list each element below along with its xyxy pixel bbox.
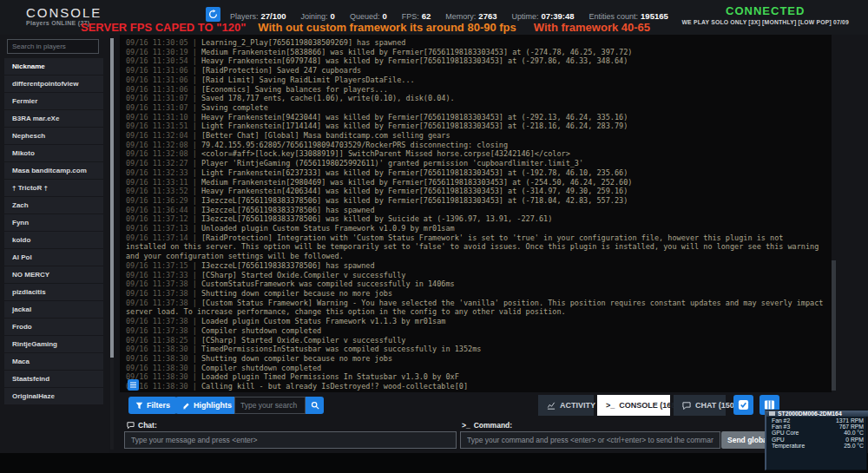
hw-monitor-row: Fan #3 767 RPM: [766, 424, 866, 430]
player-row[interactable]: Masa banditcamp.com: [4, 162, 103, 179]
console-line: 09/16 11:38:30 | Loaded plugin Timed Per…: [126, 372, 826, 382]
console-line: 09/16 11:36:29 | I3ezczeL[76561198383378…: [126, 196, 826, 206]
stat-item: Players:27/100: [230, 11, 286, 21]
console-line: 09/16 11:30:05 | Learning_2_Play[7656119…: [126, 38, 826, 48]
stat-item: Entities count:195165: [589, 11, 668, 21]
server-name: WE PLAY SOLO ONLY [3X] [MONTHLY] [LOW PO…: [681, 19, 849, 25]
fps-banner-part2: With out custom framework its around 80-…: [258, 21, 516, 34]
player-row[interactable]: RintjeGaming: [4, 336, 103, 352]
console-search-input[interactable]: [234, 397, 306, 414]
player-list-header: Nickname: [4, 58, 103, 75]
console-line: 09/16 11:31:07 | Saved 178,717 ents, cac…: [126, 94, 826, 103]
console-line: 09/16 11:32:08 | <color=#aff>[lock.key[3…: [126, 149, 826, 159]
console-line: 09/16 11:37:33 | [CSharp] Started Oxide.…: [126, 271, 826, 280]
console-scrollbar-thumb[interactable]: [832, 260, 836, 391]
hw-monitor-row: GPU 0 RPM: [766, 437, 866, 443]
player-row[interactable]: NO MERCY: [4, 266, 103, 283]
player-row[interactable]: Frodo: [4, 319, 103, 335]
console-line: 09/16 11:32:04 | [Better Chat] [Global] …: [126, 131, 826, 141]
hardware-monitor-overlay: ASRock H610M-HDV/M.2 CPU Core 39.0 °C Fa…: [765, 410, 867, 470]
console-line: 09/16 11:33:52 | Heavy Frankenstein[4206…: [126, 187, 826, 196]
console-line: 09/16 11:33:11 | Medium Frankenstein[298…: [126, 178, 826, 187]
highlights-label: Highlights: [194, 401, 232, 410]
bottom-strip: [0, 453, 868, 473]
connection-status: CONNECTED: [681, 4, 849, 17]
hamburger-icon: [129, 381, 137, 389]
player-search-input[interactable]: [7, 39, 99, 54]
rcon-console-app: CONSOLE Players ONLINE (27) Players:27/1…: [0, 0, 868, 473]
search-submit-button[interactable]: [306, 397, 324, 414]
app-logo: CONSOLE: [26, 5, 102, 20]
tab-console-label: CONSOLE (168): [619, 401, 678, 410]
console-line: 09/16 11:31:06 | [Raid Limit] Saving Rai…: [126, 76, 826, 85]
player-list: Nickname differentpointofview Fermier B3…: [4, 58, 103, 405]
sidebar-scrollbar[interactable]: [110, 38, 114, 450]
console-line: 09/16 11:37:13 | Unloaded plugin Custom …: [126, 224, 826, 233]
fps-banner-part1: SERVER FPS CAPED TO "120": [81, 21, 246, 34]
player-row[interactable]: Mikoto: [4, 145, 103, 161]
console-line: 09/16 11:37:38 | [Custom Status Framewor…: [126, 299, 826, 317]
hw-sensor-icon: [769, 411, 775, 416]
hw-monitor-row: GPU Core 40.0 °C: [766, 430, 866, 436]
player-row[interactable]: pizdlacitis: [4, 284, 103, 300]
console-line: 09/16 11:38:30 | Calling kill - but alre…: [126, 382, 826, 391]
player-row[interactable]: Fermier: [4, 93, 103, 109]
activity-chart-icon: [547, 402, 556, 410]
stat-item: Memory:2763: [445, 11, 496, 21]
filters-button[interactable]: Filters: [128, 397, 177, 414]
console-line: 09/16 11:38:25 | [CSharp] Started Oxide.…: [126, 336, 826, 345]
search-icon: [311, 401, 319, 410]
connection-block: CONNECTED WE PLAY SOLO ONLY [3X] [MONTHL…: [681, 4, 849, 25]
chat-message-input[interactable]: [124, 431, 457, 449]
console-line: 09/16 11:32:08 | 79.42.155.95:62805/7656…: [126, 141, 826, 150]
console-line: 09/16 11:36:44 | I3ezczeL[76561198383378…: [126, 206, 826, 215]
console-line: 09/16 11:37:15 | I3ezczeL[76561198383378…: [126, 261, 826, 271]
filters-label: Filters: [147, 401, 170, 410]
hw-monitor-row: Temperature 25.0 °C: [766, 443, 866, 449]
console-log: 09/16 11:30:05 | Learning_2_Play[7656119…: [120, 35, 832, 392]
checkbox-icon: [738, 399, 749, 411]
toggle-autoscroll-button[interactable]: [733, 395, 753, 415]
console-line: 09/16 11:37:38 | Shutting down compiler …: [126, 289, 826, 299]
console-line: 09/16 11:37:38 | Compiler shutdown compl…: [126, 326, 826, 336]
command-terminal-icon: >_: [462, 421, 470, 430]
chat-bubble-icon: [682, 402, 691, 410]
console-line: 09/16 11:38:30 | Compiler shutdown compl…: [126, 364, 826, 373]
player-row[interactable]: Nephesch: [4, 128, 103, 144]
sidebar-scrollbar-thumb[interactable]: [110, 38, 114, 358]
console-line: 09/16 11:32:33 | Light Frankenstein[6237…: [126, 168, 826, 178]
player-row[interactable]: jackal: [4, 301, 103, 318]
console-line: 09/16 11:38:30 | Shutting down compiler …: [126, 354, 826, 364]
player-row[interactable]: B3RA mar.eXe: [4, 110, 103, 127]
stat-item: Uptime:07:39:48: [511, 11, 574, 21]
player-row[interactable]: Zach: [4, 197, 103, 214]
tab-console[interactable]: >_ CONSOLE (168): [597, 395, 670, 416]
command-input[interactable]: [460, 431, 720, 449]
console-line: 09/16 11:37:12 | I3ezczeL[76561198383378…: [126, 214, 826, 224]
console-line: 09/16 11:31:51 | Light Frankenstein[1714…: [126, 122, 826, 131]
command-section-label: >_ Command:: [462, 421, 512, 430]
hw-monitor-row: ST2000DM006-2DM164: [766, 411, 868, 417]
terminal-icon: >_: [606, 401, 615, 410]
player-row[interactable]: koldo: [4, 232, 103, 248]
console-scrollbar[interactable]: [832, 35, 836, 392]
fps-banner: SERVER FPS CAPED TO "120"With out custom…: [81, 21, 650, 34]
console-line: 09/16 11:31:10 | Heavy Frankenstein[9423…: [126, 113, 826, 122]
console-line: 09/16 11:32:27 | Player 'RintjeGaming (7…: [126, 159, 826, 168]
player-row[interactable]: differentpointofview: [4, 76, 103, 92]
player-row[interactable]: Al Pol: [4, 249, 103, 266]
chat-icon: [127, 422, 135, 429]
console-menu-button[interactable]: [128, 379, 139, 391]
tab-activity[interactable]: ACTIVITY (151): [538, 395, 594, 416]
player-row[interactable]: Maca: [4, 353, 103, 370]
refresh-button[interactable]: [206, 7, 220, 22]
player-row[interactable]: Fynn: [4, 214, 103, 231]
chat-section-label: Chat:: [127, 421, 157, 430]
player-row[interactable]: † TrictoR †: [4, 180, 103, 196]
console-line: 09/16 11:37:38 | Loaded plugin Custom St…: [126, 317, 826, 326]
tab-chat[interactable]: CHAT (150): [674, 395, 726, 416]
player-row[interactable]: Staatsfeind: [4, 371, 103, 387]
player-row[interactable]: OriginalHaze: [4, 388, 103, 404]
console-line: 09/16 11:31:07 | Saving complete: [126, 103, 826, 113]
highlights-button[interactable]: Highlights: [175, 397, 239, 414]
